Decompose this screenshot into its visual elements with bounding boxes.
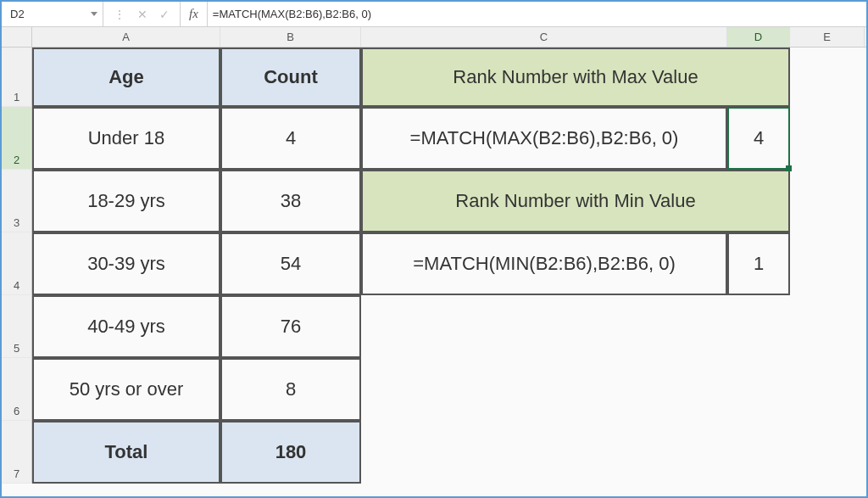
col-header-A[interactable]: A: [32, 27, 220, 47]
col-header-B[interactable]: B: [220, 27, 361, 47]
row-headers: 1 2 3 4 5 6 7: [2, 48, 32, 484]
fx-button[interactable]: fx: [181, 7, 207, 21]
cell-A2[interactable]: Under 18: [32, 107, 220, 170]
cell-D4-min-result[interactable]: 1: [727, 232, 790, 295]
row-header-4[interactable]: 4: [2, 232, 32, 295]
cell-B3[interactable]: 38: [220, 170, 361, 232]
cell-C2-max-formula[interactable]: =MATCH(MAX(B2:B6),B2:B6, 0): [361, 107, 727, 170]
formula-bar: D2 ⋮ ✕ ✓ fx =MATCH(MAX(B2:B6),B2:B6, 0): [2, 2, 866, 27]
cancel-icon[interactable]: ✕: [137, 8, 147, 21]
name-box-wrapper[interactable]: D2: [2, 2, 103, 26]
cell-A3[interactable]: 18-29 yrs: [32, 170, 220, 232]
cell-C4-min-formula[interactable]: =MATCH(MIN(B2:B6),B2:B6, 0): [361, 232, 727, 295]
cell-D2-max-result[interactable]: 4: [727, 107, 790, 170]
column-headers: A B C D E: [2, 27, 866, 48]
row-header-5[interactable]: 5: [2, 295, 32, 358]
ellipsis-icon[interactable]: ⋮: [114, 8, 125, 21]
col-header-C[interactable]: C: [361, 27, 727, 47]
spreadsheet-grid[interactable]: A B C D E 1 2 3 4 5 6 7 Age Count Rank N…: [2, 27, 866, 48]
formula-bar-buttons: ⋮ ✕ ✓: [103, 2, 181, 26]
col-header-E[interactable]: E: [790, 27, 865, 47]
cell-B4[interactable]: 54: [220, 232, 361, 295]
row-header-7[interactable]: 7: [2, 421, 32, 484]
cell-A1-age-header[interactable]: Age: [32, 48, 220, 107]
cell-A6[interactable]: 50 yrs or over: [32, 358, 220, 421]
cell-C3-min-header[interactable]: Rank Number with Min Value: [361, 170, 790, 232]
cell-B7-total-value[interactable]: 180: [220, 421, 361, 484]
cell-B6[interactable]: 8: [220, 358, 361, 421]
cell-A4[interactable]: 30-39 yrs: [32, 232, 220, 295]
sheet-cells: Age Count Rank Number with Max Value Und…: [32, 48, 790, 484]
row-header-2[interactable]: 2: [2, 107, 32, 170]
cell-C1-max-header[interactable]: Rank Number with Max Value: [361, 48, 790, 107]
formula-text: =MATCH(MAX(B2:B6),B2:B6, 0): [213, 8, 371, 20]
enter-icon[interactable]: ✓: [159, 8, 170, 21]
cell-B2[interactable]: 4: [220, 107, 361, 170]
col-header-D[interactable]: D: [727, 27, 790, 47]
name-box: D2: [7, 8, 87, 20]
cell-B5[interactable]: 76: [220, 295, 361, 358]
chevron-down-icon[interactable]: [91, 12, 97, 16]
cell-A5[interactable]: 40-49 yrs: [32, 295, 220, 358]
row-header-1[interactable]: 1: [2, 48, 32, 107]
select-all-corner[interactable]: [2, 27, 32, 47]
row-header-6[interactable]: 6: [2, 358, 32, 421]
row-header-3[interactable]: 3: [2, 170, 32, 232]
formula-input[interactable]: =MATCH(MAX(B2:B6),B2:B6, 0): [207, 2, 866, 26]
cell-A7-total-label[interactable]: Total: [32, 421, 220, 484]
cell-B1-count-header[interactable]: Count: [220, 48, 361, 107]
